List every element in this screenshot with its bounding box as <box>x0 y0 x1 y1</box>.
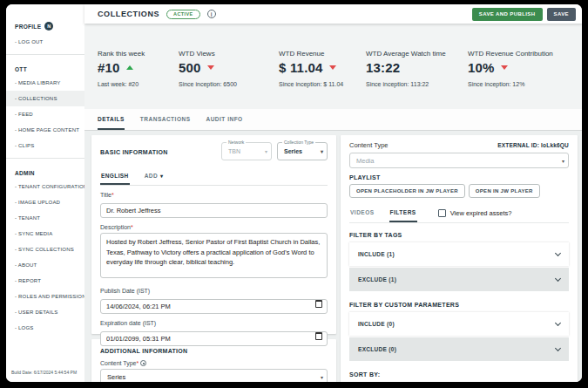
tab-transactions[interactable]: TRANSACTIONS <box>140 109 191 130</box>
playlist-heading: PLAYLIST <box>349 174 569 180</box>
custom-include-label: INCLUDE (0) <box>358 321 395 327</box>
content-type-select[interactable]: Series ▾ <box>100 369 328 382</box>
save-and-publish-button[interactable]: SAVE AND PUBLISH <box>472 8 543 21</box>
content-type-label: Content Type <box>349 141 388 149</box>
tab-audit-info[interactable]: AUDIT INFO <box>206 109 242 130</box>
sidebar-section-admin: ADMIN <box>6 163 84 179</box>
language-tabs: ENGLISH ADD ▾ <box>100 168 328 186</box>
chevron-down-icon: ▾ <box>562 158 564 164</box>
page-title: COLLECTIONS <box>98 10 159 18</box>
sidebar-item-log-out[interactable]: - LOG OUT <box>6 34 84 50</box>
publish-date-input[interactable] <box>100 299 328 314</box>
status-badge: ACTIVE <box>166 10 200 19</box>
tab-filters[interactable]: FILTERS <box>389 204 417 222</box>
app-window: PROFILE N - LOG OUT OTT - MEDIA LIBRARY … <box>6 4 582 382</box>
playlist-panel: Content Type EXTERNAL ID: IoLkk6QU Media… <box>341 135 578 382</box>
chevron-down-icon: ▾ <box>160 173 163 179</box>
sidebar-item-clips[interactable]: - CLIPS <box>6 138 84 153</box>
divider <box>6 158 84 159</box>
sidebar-item-about[interactable]: - ABOUT <box>6 257 84 273</box>
chevron-down-icon: ▾ <box>265 148 267 154</box>
required-asterisk: * <box>112 192 114 198</box>
custom-exclude-accordion[interactable]: EXCLUDE (0) <box>349 337 569 361</box>
expiration-date-input[interactable] <box>100 331 328 346</box>
sidebar-item-report[interactable]: - REPORT <box>6 273 84 289</box>
open-placeholder-jw-player-button[interactable]: OPEN PLACEHOLDER IN JW PLAYER <box>349 184 465 198</box>
tab-english[interactable]: ENGLISH <box>100 168 130 185</box>
sidebar-item-sync-media[interactable]: - SYNC MEDIA <box>6 226 84 242</box>
tags-exclude-accordion[interactable]: EXCLUDE (1) <box>349 268 569 291</box>
filter-by-tags-heading: FILTER BY TAGS <box>349 232 569 238</box>
description-label: Description* <box>100 224 328 230</box>
tags-include-label: INCLUDE (1) <box>358 251 395 257</box>
stat-value: #10 <box>98 60 120 75</box>
add-language-label: ADD <box>145 173 158 179</box>
calendar-icon[interactable] <box>315 332 322 340</box>
stat-subtext: Last week: #20 <box>98 81 163 87</box>
help-icon[interactable] <box>140 360 146 366</box>
sidebar-item-tenant-configuration[interactable]: - TENANT CONFIGURATION <box>6 179 84 194</box>
stat-subtext: Since inception: 12% <box>468 81 553 87</box>
chevron-down-icon <box>555 320 561 326</box>
media-type-value: Media <box>356 157 374 165</box>
custom-include-accordion[interactable]: INCLUDE (0) <box>349 312 569 336</box>
chevron-down-icon: ▾ <box>321 148 323 154</box>
stat-value: 500 <box>179 60 201 75</box>
sidebar-item-sync-collections[interactable]: - SYNC COLLECTIONS <box>6 242 84 257</box>
sidebar-item-collections[interactable]: - COLLECTIONS <box>6 91 84 106</box>
content-area: BASIC INFORMATION Network TBN ▾ Collecti… <box>84 131 582 382</box>
content-type-value: Series <box>107 373 125 381</box>
stat-subtext: Since inception: 113:22 <box>366 81 452 87</box>
collection-type-value: Series <box>284 148 302 154</box>
sidebar-item-logs[interactable]: - LOGS <box>6 320 84 336</box>
tab-videos[interactable]: VIDEOS <box>349 204 375 222</box>
required-asterisk: * <box>137 360 139 366</box>
profile-header: PROFILE N <box>6 22 84 34</box>
tab-details[interactable]: DETAILS <box>98 109 125 130</box>
calendar-icon[interactable] <box>315 300 322 308</box>
stat-value: $ 11.04 <box>279 60 323 75</box>
stat-subtext: Since inception: 6500 <box>179 81 263 87</box>
sidebar-item-roles-and-permissions[interactable]: - ROLES AND PERMISSIONS <box>6 289 84 304</box>
stat-label: WTD Revenue <box>279 50 350 58</box>
custom-exclude-label: EXCLUDE (0) <box>358 346 396 352</box>
info-icon[interactable]: i <box>207 10 216 18</box>
sidebar-item-home-page-content[interactable]: - HOME PAGE CONTENT <box>6 122 84 138</box>
build-date: Build Date: 6/17/2024 5:44:54 PM <box>6 364 84 382</box>
collection-type-select[interactable]: Collection Type Series ▾ <box>277 142 328 160</box>
filter-by-custom-parameters-heading: FILTER BY CUSTOM PARAMETERS <box>349 302 569 308</box>
sidebar-item-tenant[interactable]: - TENANT <box>6 210 84 226</box>
sidebar: PROFILE N - LOG OUT OTT - MEDIA LIBRARY … <box>6 4 84 382</box>
description-input[interactable]: Hosted by Robert Jeffress, Senior Pastor… <box>100 233 328 278</box>
divider <box>6 54 84 55</box>
required-asterisk: * <box>131 224 133 230</box>
profile-label: PROFILE <box>15 24 41 30</box>
basic-information-card: BASIC INFORMATION Network TBN ▾ Collecti… <box>91 135 336 334</box>
open-in-jw-player-button[interactable]: OPEN IN JW PLAYER <box>469 184 540 198</box>
left-column: BASIC INFORMATION Network TBN ▾ Collecti… <box>91 135 336 382</box>
sidebar-item-feed[interactable]: - FEED <box>6 106 84 122</box>
external-id: EXTERNAL ID: IoLkk6QU <box>497 142 569 148</box>
sidebar-section-ott: OTT <box>6 59 84 75</box>
chevron-down-icon <box>555 345 561 351</box>
stat-subtext: Since inception: $ 11.04 <box>279 81 350 87</box>
tab-add-language[interactable]: ADD ▾ <box>144 168 165 185</box>
view-expired-assets-label: View expired assets? <box>450 209 512 217</box>
save-button[interactable]: SAVE <box>547 8 577 21</box>
playlist-tabs: VIDEOS FILTERS View expired assets? <box>349 204 569 223</box>
view-expired-assets-checkbox[interactable] <box>438 209 446 217</box>
sidebar-item-user-details[interactable]: - USER DETAILS <box>6 304 84 320</box>
media-type-select[interactable]: Media ▾ <box>349 153 569 168</box>
title-input[interactable] <box>100 203 328 218</box>
sidebar-item-image-upload[interactable]: - IMAGE UPLOAD <box>6 194 84 210</box>
stat-wtd-revenue-contribution: WTD Revenue Contribution 10% Since incep… <box>468 50 553 109</box>
stats-panel: Rank this week #10 Last week: #20 WTD Vi… <box>84 24 582 109</box>
additional-information-title: ADDITIONAL INFORMATION <box>100 346 328 354</box>
sort-by-heading: SORT BY: <box>349 371 569 378</box>
sidebar-item-media-library[interactable]: - MEDIA LIBRARY <box>6 75 84 91</box>
tags-exclude-label: EXCLUDE (1) <box>358 276 396 282</box>
network-select[interactable]: Network TBN ▾ <box>221 142 272 160</box>
tags-include-accordion[interactable]: INCLUDE (1) <box>349 242 569 266</box>
trend-down-icon <box>329 65 336 70</box>
chevron-down-icon: ▾ <box>321 374 323 380</box>
